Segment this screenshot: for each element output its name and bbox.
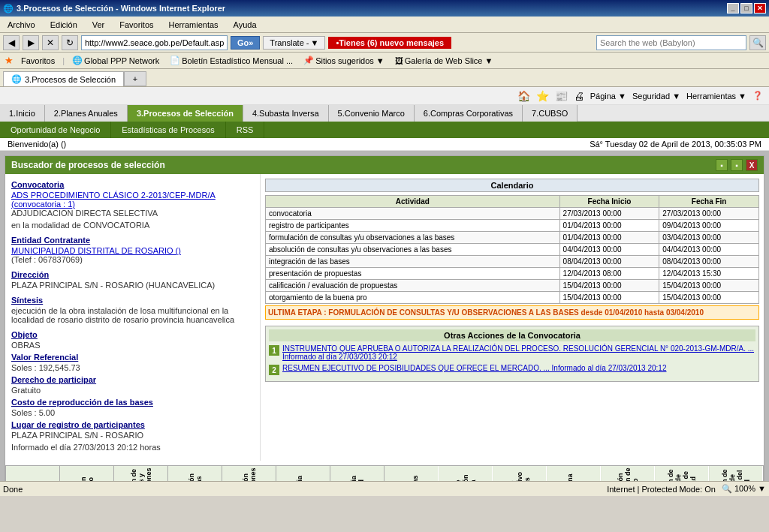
cal-actividad-5: presentación de propuestas — [266, 268, 560, 280]
search-button[interactable]: 🔍 — [749, 35, 766, 50]
cal-row: otorgamiento de la buena pro 15/04/2013 … — [266, 292, 759, 304]
action-num-1: 2 — [269, 365, 279, 375]
calendar-title: Calendario — [265, 179, 759, 192]
cal-fin-0: 27/03/2013 00:00 — [659, 208, 759, 220]
other-actions-title: Otras Acciones de la Convocatoria — [269, 329, 755, 341]
cal-actividad-7: otorgamiento de la buena pro — [266, 292, 560, 304]
search-input[interactable] — [596, 35, 746, 50]
nav-tab-planes[interactable]: 2.Planes Anuales — [45, 105, 128, 122]
cal-actividad-2: formulación de consultas y/u observacion… — [266, 232, 560, 244]
convocatoria-name[interactable]: ADS PROCEDIMIENTO CLÁSICO 2-2013/CEP-MDR… — [11, 191, 254, 209]
bottom-col-9: Cuadro Comparativo y/o Actas — [493, 466, 547, 482]
sub-nav-rss[interactable]: RSS — [226, 122, 265, 138]
convocatoria-modalidad: en la modalidad de CONVOCATORIA — [11, 221, 254, 230]
lugar-subvalue: Informado el día 27/03/2013 20:12 horas — [11, 443, 254, 452]
welcome-text: Bienvenido(a) () — [8, 140, 66, 149]
bottom-col-7: Bases integradas — [384, 466, 439, 482]
bottom-col-3: Absolución Consultas — [168, 466, 222, 482]
lugar-title: Lugar de registro de participantes — [11, 420, 254, 429]
cal-fin-6: 15/04/2013 00:00 — [659, 280, 759, 292]
stop-button[interactable]: ✕ — [42, 35, 59, 50]
sub-nav-oportunidad[interactable]: Oportunidad de Negocio — [0, 122, 111, 138]
ie-tab-procesos[interactable]: 🌐 3.Procesos de Selección — [3, 71, 124, 86]
direccion-title: Dirección — [11, 270, 254, 279]
left-panel: Convocatoria ADS PROCEDIMIENTO CLÁSICO 2… — [5, 174, 261, 461]
panel-icon-1[interactable]: ▪ — [716, 159, 728, 171]
costo-title: Costo de reproducción de las bases — [11, 398, 254, 407]
fav-global-ppp[interactable]: 🌐 Global PPP Network — [69, 55, 162, 66]
forward-button[interactable]: ▶ — [23, 35, 39, 50]
menu-herramientas[interactable]: Herramientas — [164, 19, 223, 31]
nav-tab-compras[interactable]: 6.Compras Corporativas — [415, 105, 523, 122]
new-tab-button[interactable]: + — [124, 71, 146, 86]
refresh-button[interactable]: ↻ — [62, 35, 78, 50]
help-icon[interactable]: ❓ — [752, 91, 763, 101]
seguridad-menu[interactable]: Seguridad ▼ — [632, 92, 680, 101]
menu-edicion[interactable]: Edición — [46, 19, 82, 31]
maximize-button[interactable]: □ — [740, 3, 752, 14]
cal-inicio-3: 04/04/2013 00:00 — [559, 244, 659, 256]
address-input[interactable] — [81, 35, 228, 50]
bottom-col-2: Absolución de Consultas y Observaciones — [114, 466, 168, 482]
entidad-title: Entidad Contratante — [11, 236, 254, 245]
action-item-1: 2 RESUMEN EJECUTIVO DE POSIBILIDADES QUE… — [269, 364, 755, 375]
valor-title: Valor Referencial — [11, 353, 254, 362]
fav-sitios[interactable]: 📌 Sitios sugeridos ▼ — [300, 55, 388, 66]
status-bar: Done Internet | Protected Mode: On 🔍 100… — [0, 481, 769, 496]
direccion-value: PLAZA PRINCIPAL S/N - ROSARIO (HUANCAVEL… — [11, 281, 254, 290]
nav-tab-convenio[interactable]: 5.Convenio Marco — [329, 105, 415, 122]
cal-header-inicio: Fecha Inicio — [559, 196, 659, 208]
convocatoria-type: ADJUDICACION DIRECTA SELECTIVA — [11, 209, 254, 218]
nav-tab-inicio[interactable]: 1.Inicio — [0, 105, 45, 122]
cal-actividad-1: registro de participantes — [266, 220, 560, 232]
menu-ayuda[interactable]: Ayuda — [229, 19, 261, 31]
fav-galeria[interactable]: 🖼 Galería de Web Slice ▼ — [392, 56, 496, 66]
herramientas-page-menu[interactable]: Herramientas ▼ — [686, 92, 746, 101]
go-button[interactable]: Go» — [231, 36, 260, 50]
cal-row: absolución de consultas y/u observacione… — [266, 244, 759, 256]
date-time: Sá° Tuesday 02 de April de 2013, 00:35:0… — [590, 140, 761, 149]
nav-tab-procesos[interactable]: 3.Procesos de Selección — [128, 105, 243, 122]
close-button[interactable]: ✕ — [754, 3, 766, 14]
fav-boletin[interactable]: 📄 Boletín Estadístico Mensual ... — [167, 55, 296, 66]
sintesis-value: ejecución de la obra instalación de losa… — [11, 306, 254, 324]
action-num-0: 1 — [269, 345, 279, 356]
entidad-name[interactable]: MUNICIPALIDAD DISTRITAL DE ROSARIO () — [11, 246, 254, 255]
bottom-table: BasesResumen EjecutivoAbsolución de Cons… — [5, 465, 764, 481]
right-panel: Calendario Actividad Fecha Inicio Fecha … — [261, 174, 764, 461]
action-item-0: 1 INSTRUMENTO QUE APRUEBA O AUTORIZA LA … — [269, 344, 755, 361]
menu-ver[interactable]: Ver — [88, 19, 110, 31]
minimize-button[interactable]: _ — [727, 3, 739, 14]
nav-tab-subasta[interactable]: 4.Subasta Inversa — [243, 105, 329, 122]
action-text-1[interactable]: RESUMEN EJECUTIVO DE POSIBILIDADES QUE O… — [282, 364, 666, 372]
action-text-0[interactable]: INSTRUMENTO QUE APRUEBA O AUTORIZA LA RE… — [282, 344, 755, 361]
cal-actividad-4: integración de las bases — [266, 256, 560, 268]
cal-fin-1: 09/04/2013 00:00 — [659, 220, 759, 232]
cal-row: calificación / evaluación de propuestas … — [266, 280, 759, 292]
page-toolbar: 🏠 ⭐ 📰 🖨 Página ▼ Seguridad ▼ Herramienta… — [0, 87, 769, 105]
window-controls[interactable]: _ □ ✕ — [727, 3, 766, 14]
valor-value: Soles : 192,545.73 — [11, 363, 254, 372]
fav-favoritos[interactable]: Favoritos — [18, 56, 58, 66]
new-messages-button[interactable]: •Tienes (6) nuevo mensajes — [328, 37, 451, 49]
panel-close-icon[interactable]: X — [746, 159, 758, 171]
calendar-table: Actividad Fecha Inicio Fecha Fin convoca… — [265, 195, 759, 304]
nav-tab-cubso[interactable]: 7.CUBSO — [523, 105, 578, 122]
derecho-title: Derecho de participar — [11, 375, 254, 384]
derecho-value: Gratuito — [11, 386, 254, 395]
panel-icon-2[interactable]: ▪ — [731, 159, 743, 171]
objeto-title: Objeto — [11, 330, 254, 339]
address-bar: ◀ ▶ ✕ ↻ Go» Translate - ▼ •Tienes (6) nu… — [0, 33, 769, 53]
title-bar: 🌐 3.Procesos de Selección - Windows Inte… — [0, 0, 769, 17]
cal-fin-3: 04/04/2013 00:00 — [659, 244, 759, 256]
pagina-menu[interactable]: Página ▼ — [590, 92, 626, 101]
cal-row: formulación de consultas y/u observacion… — [266, 232, 759, 244]
translate-button[interactable]: Translate - ▼ — [263, 36, 325, 50]
menu-archivo[interactable]: Archivo — [3, 19, 40, 31]
sub-nav-estadisticas[interactable]: Estadísticas de Procesos — [111, 122, 226, 138]
cal-fin-2: 03/04/2013 00:00 — [659, 232, 759, 244]
back-button[interactable]: ◀ — [3, 35, 20, 50]
menu-favoritos[interactable]: Favoritos — [115, 19, 158, 31]
window-title: 3.Procesos de Selección - Windows Intern… — [17, 4, 225, 13]
internet-zone: Internet | Protected Mode: On — [607, 485, 716, 494]
